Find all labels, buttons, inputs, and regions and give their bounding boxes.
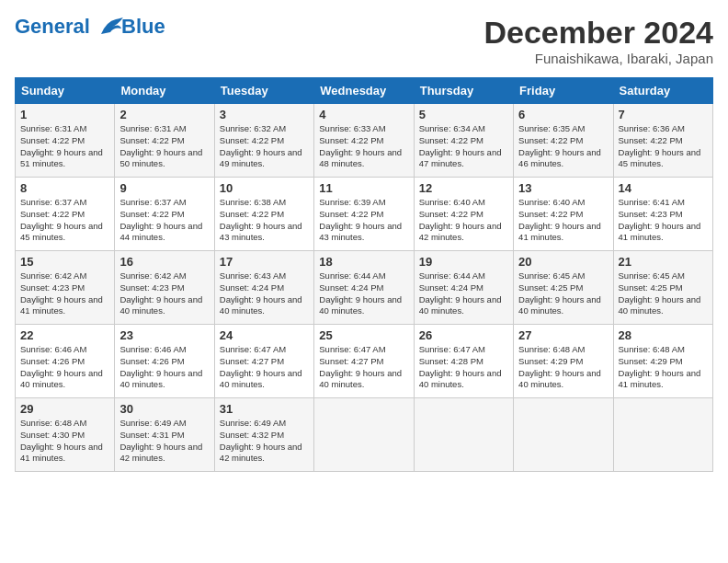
- calendar-cell: 16Sunrise: 6:42 AMSunset: 4:23 PMDayligh…: [115, 251, 214, 325]
- day-info: Sunrise: 6:35 AMSunset: 4:22 PMDaylight:…: [518, 123, 608, 170]
- day-number: 31: [220, 402, 309, 416]
- calendar-cell: 2Sunrise: 6:31 AMSunset: 4:22 PMDaylight…: [115, 104, 214, 178]
- day-info: Sunrise: 6:47 AMSunset: 4:28 PMDaylight:…: [419, 344, 508, 391]
- day-info: Sunrise: 6:43 AMSunset: 4:24 PMDaylight:…: [220, 270, 309, 317]
- day-info: Sunrise: 6:45 AMSunset: 4:25 PMDaylight:…: [619, 270, 708, 317]
- day-number: 20: [518, 255, 608, 269]
- day-number: 18: [319, 255, 408, 269]
- day-number: 28: [619, 328, 708, 342]
- day-info: Sunrise: 6:40 AMSunset: 4:22 PMDaylight:…: [419, 197, 508, 244]
- logo-general: General: [15, 15, 90, 38]
- calendar-cell: [314, 398, 414, 472]
- day-info: Sunrise: 6:41 AMSunset: 4:23 PMDaylight:…: [619, 197, 708, 244]
- col-header-monday: Monday: [115, 78, 214, 104]
- col-header-thursday: Thursday: [414, 78, 513, 104]
- col-header-friday: Friday: [514, 78, 613, 104]
- day-info: Sunrise: 6:42 AMSunset: 4:23 PMDaylight:…: [20, 270, 109, 317]
- calendar-cell: 31Sunrise: 6:49 AMSunset: 4:32 PMDayligh…: [214, 398, 313, 472]
- calendar-cell: 6Sunrise: 6:35 AMSunset: 4:22 PMDaylight…: [514, 104, 613, 178]
- day-info: Sunrise: 6:40 AMSunset: 4:22 PMDaylight:…: [518, 197, 608, 244]
- calendar-cell: 20Sunrise: 6:45 AMSunset: 4:25 PMDayligh…: [514, 251, 613, 325]
- calendar-cell: 23Sunrise: 6:46 AMSunset: 4:26 PMDayligh…: [115, 325, 214, 398]
- calendar-week-1: 1Sunrise: 6:31 AMSunset: 4:22 PMDaylight…: [16, 104, 713, 178]
- day-number: 3: [220, 108, 309, 121]
- calendar-week-4: 22Sunrise: 6:46 AMSunset: 4:26 PMDayligh…: [16, 325, 713, 398]
- logo: General Blue: [15, 15, 165, 39]
- day-info: Sunrise: 6:39 AMSunset: 4:22 PMDaylight:…: [319, 197, 408, 244]
- day-number: 15: [20, 255, 109, 269]
- day-info: Sunrise: 6:46 AMSunset: 4:26 PMDaylight:…: [119, 344, 209, 391]
- calendar-cell: 17Sunrise: 6:43 AMSunset: 4:24 PMDayligh…: [214, 251, 313, 325]
- day-info: Sunrise: 6:47 AMSunset: 4:27 PMDaylight:…: [220, 344, 309, 391]
- calendar-header-row: SundayMondayTuesdayWednesdayThursdayFrid…: [16, 78, 713, 104]
- calendar-body: 1Sunrise: 6:31 AMSunset: 4:22 PMDaylight…: [16, 104, 713, 472]
- day-number: 27: [518, 328, 608, 342]
- calendar-cell: 30Sunrise: 6:49 AMSunset: 4:31 PMDayligh…: [115, 398, 214, 472]
- day-number: 11: [319, 181, 408, 195]
- day-info: Sunrise: 6:32 AMSunset: 4:22 PMDaylight:…: [220, 123, 309, 170]
- day-number: 8: [20, 181, 109, 195]
- calendar-cell: 27Sunrise: 6:48 AMSunset: 4:29 PMDayligh…: [514, 325, 613, 398]
- calendar-cell: 9Sunrise: 6:37 AMSunset: 4:22 PMDaylight…: [115, 178, 214, 251]
- calendar-cell: 7Sunrise: 6:36 AMSunset: 4:22 PMDaylight…: [613, 104, 712, 178]
- day-info: Sunrise: 6:42 AMSunset: 4:23 PMDaylight:…: [119, 270, 209, 317]
- header: General Blue December 2024 Funaishikawa,…: [15, 15, 713, 66]
- calendar-week-5: 29Sunrise: 6:48 AMSunset: 4:30 PMDayligh…: [16, 398, 713, 472]
- day-number: 14: [619, 181, 708, 195]
- day-info: Sunrise: 6:38 AMSunset: 4:22 PMDaylight:…: [220, 197, 309, 244]
- calendar-cell: 5Sunrise: 6:34 AMSunset: 4:22 PMDaylight…: [414, 104, 513, 178]
- calendar-cell: 1Sunrise: 6:31 AMSunset: 4:22 PMDaylight…: [16, 104, 115, 178]
- calendar-cell: 21Sunrise: 6:45 AMSunset: 4:25 PMDayligh…: [613, 251, 712, 325]
- calendar-week-3: 15Sunrise: 6:42 AMSunset: 4:23 PMDayligh…: [16, 251, 713, 325]
- day-info: Sunrise: 6:49 AMSunset: 4:32 PMDaylight:…: [220, 418, 309, 465]
- day-info: Sunrise: 6:49 AMSunset: 4:31 PMDaylight:…: [119, 418, 209, 465]
- calendar-cell: 12Sunrise: 6:40 AMSunset: 4:22 PMDayligh…: [414, 178, 513, 251]
- col-header-wednesday: Wednesday: [314, 78, 414, 104]
- calendar-cell: 24Sunrise: 6:47 AMSunset: 4:27 PMDayligh…: [214, 325, 313, 398]
- day-number: 17: [220, 255, 309, 269]
- day-info: Sunrise: 6:33 AMSunset: 4:22 PMDaylight:…: [319, 123, 408, 170]
- calendar-cell: 18Sunrise: 6:44 AMSunset: 4:24 PMDayligh…: [314, 251, 414, 325]
- calendar-cell: 26Sunrise: 6:47 AMSunset: 4:28 PMDayligh…: [414, 325, 513, 398]
- logo-blue: Blue: [121, 15, 165, 39]
- calendar-cell: 19Sunrise: 6:44 AMSunset: 4:24 PMDayligh…: [414, 251, 513, 325]
- day-info: Sunrise: 6:44 AMSunset: 4:24 PMDaylight:…: [419, 270, 508, 317]
- day-number: 2: [119, 108, 209, 121]
- day-info: Sunrise: 6:37 AMSunset: 4:22 PMDaylight:…: [20, 197, 109, 244]
- location: Funaishikawa, Ibaraki, Japan: [483, 51, 713, 66]
- calendar-table: SundayMondayTuesdayWednesdayThursdayFrid…: [15, 77, 713, 472]
- calendar-cell: [613, 398, 712, 472]
- day-number: 29: [20, 402, 109, 416]
- calendar-cell: [414, 398, 513, 472]
- title-section: December 2024 Funaishikawa, Ibaraki, Jap…: [483, 15, 713, 66]
- day-number: 19: [419, 255, 508, 269]
- day-number: 12: [419, 181, 508, 195]
- day-number: 6: [518, 108, 608, 121]
- day-number: 10: [220, 181, 309, 195]
- day-number: 24: [220, 328, 309, 342]
- calendar-cell: [514, 398, 613, 472]
- day-number: 4: [319, 108, 408, 121]
- day-number: 5: [419, 108, 508, 121]
- day-info: Sunrise: 6:48 AMSunset: 4:30 PMDaylight:…: [20, 418, 109, 465]
- calendar-cell: 28Sunrise: 6:48 AMSunset: 4:29 PMDayligh…: [613, 325, 712, 398]
- day-number: 16: [119, 255, 209, 269]
- calendar-cell: 4Sunrise: 6:33 AMSunset: 4:22 PMDaylight…: [314, 104, 414, 178]
- day-number: 21: [619, 255, 708, 269]
- day-number: 25: [319, 328, 408, 342]
- day-info: Sunrise: 6:37 AMSunset: 4:22 PMDaylight:…: [119, 197, 209, 244]
- day-number: 30: [119, 402, 209, 416]
- calendar-cell: 3Sunrise: 6:32 AMSunset: 4:22 PMDaylight…: [214, 104, 313, 178]
- calendar-cell: 13Sunrise: 6:40 AMSunset: 4:22 PMDayligh…: [514, 178, 613, 251]
- day-number: 9: [119, 181, 209, 195]
- calendar-cell: 14Sunrise: 6:41 AMSunset: 4:23 PMDayligh…: [613, 178, 712, 251]
- col-header-tuesday: Tuesday: [214, 78, 313, 104]
- day-info: Sunrise: 6:45 AMSunset: 4:25 PMDaylight:…: [518, 270, 608, 317]
- day-info: Sunrise: 6:48 AMSunset: 4:29 PMDaylight:…: [619, 344, 708, 391]
- col-header-sunday: Sunday: [16, 78, 115, 104]
- day-info: Sunrise: 6:31 AMSunset: 4:22 PMDaylight:…: [20, 123, 109, 170]
- calendar-cell: 15Sunrise: 6:42 AMSunset: 4:23 PMDayligh…: [16, 251, 115, 325]
- day-info: Sunrise: 6:46 AMSunset: 4:26 PMDaylight:…: [20, 344, 109, 391]
- day-info: Sunrise: 6:34 AMSunset: 4:22 PMDaylight:…: [419, 123, 508, 170]
- calendar-cell: 11Sunrise: 6:39 AMSunset: 4:22 PMDayligh…: [314, 178, 414, 251]
